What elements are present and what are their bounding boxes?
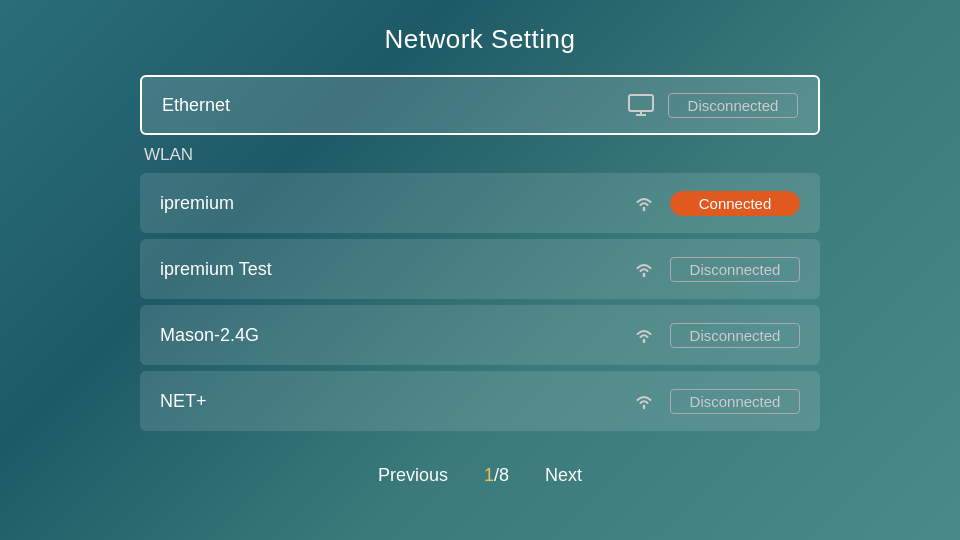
ethernet-icon xyxy=(628,94,654,116)
wlan-section-label: WLAN xyxy=(144,145,820,165)
wlan-row-right: Disconnected xyxy=(632,389,800,414)
current-page: 1 xyxy=(484,465,494,485)
content-area: Ethernet Disconnected WLAN ipremium Conn… xyxy=(140,75,820,437)
ethernet-row[interactable]: Ethernet Disconnected xyxy=(140,75,820,135)
wlan-status-badge: Disconnected xyxy=(670,323,800,348)
pagination: Previous 1/8 Next xyxy=(362,457,598,494)
wlan-network-name: ipremium Test xyxy=(160,259,272,280)
wlan-status-badge: Disconnected xyxy=(670,257,800,282)
previous-button[interactable]: Previous xyxy=(362,457,464,494)
ethernet-row-right: Disconnected xyxy=(628,93,798,118)
wlan-row[interactable]: NET+ Disconnected xyxy=(140,371,820,431)
wlan-row[interactable]: ipremium Test Disconnected xyxy=(140,239,820,299)
wlan-row-right: Disconnected xyxy=(632,323,800,348)
wifi-icon xyxy=(632,259,656,279)
wlan-status-badge: Disconnected xyxy=(670,389,800,414)
wlan-row[interactable]: Mason-2.4G Disconnected xyxy=(140,305,820,365)
wlan-status-badge: Connected xyxy=(670,191,800,216)
ethernet-status: Disconnected xyxy=(668,93,798,118)
svg-rect-0 xyxy=(629,95,653,111)
wifi-icon xyxy=(632,193,656,213)
next-button[interactable]: Next xyxy=(529,457,598,494)
wlan-row-right: Disconnected xyxy=(632,257,800,282)
page-title: Network Setting xyxy=(384,24,575,55)
wlan-row[interactable]: ipremium Connected xyxy=(140,173,820,233)
wlan-network-name: NET+ xyxy=(160,391,207,412)
total-pages: 8 xyxy=(499,465,509,485)
wlan-network-name: ipremium xyxy=(160,193,234,214)
wlan-network-name: Mason-2.4G xyxy=(160,325,259,346)
ethernet-label: Ethernet xyxy=(162,95,230,116)
wifi-icon xyxy=(632,391,656,411)
wlan-row-right: Connected xyxy=(632,191,800,216)
page-info: 1/8 xyxy=(484,465,509,486)
wifi-icon xyxy=(632,325,656,345)
wlan-list: ipremium Connectedipremium Test Disconne… xyxy=(140,173,820,431)
